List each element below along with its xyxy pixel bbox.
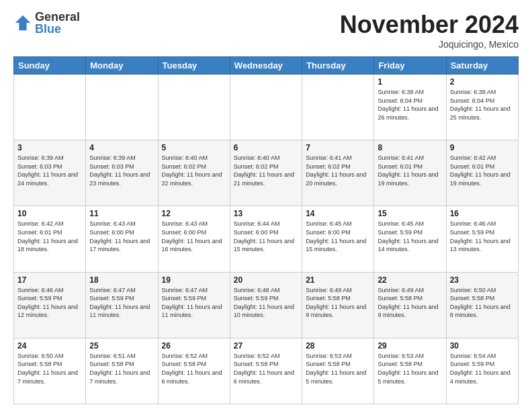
day-number: 5 [162, 143, 226, 152]
day-info: Sunrise: 6:43 AM Sunset: 6:00 PM Dayligh… [162, 220, 226, 253]
day-info: Sunrise: 6:46 AM Sunset: 5:59 PM Dayligh… [450, 220, 515, 253]
day-info: Sunrise: 6:54 AM Sunset: 5:59 PM Dayligh… [450, 352, 515, 385]
day-number: 20 [234, 275, 298, 285]
day-info: Sunrise: 6:46 AM Sunset: 5:59 PM Dayligh… [17, 286, 82, 320]
calendar-cell: 7Sunrise: 6:41 AM Sunset: 6:02 PM Daylig… [302, 140, 374, 206]
calendar-cell [158, 75, 230, 140]
day-info: Sunrise: 6:42 AM Sunset: 6:01 PM Dayligh… [450, 154, 515, 187]
day-info: Sunrise: 6:44 AM Sunset: 6:00 PM Dayligh… [234, 220, 298, 253]
day-info: Sunrise: 6:38 AM Sunset: 6:04 PM Dayligh… [450, 88, 515, 122]
day-number: 19 [162, 275, 226, 285]
calendar-cell: 30Sunrise: 6:54 AM Sunset: 5:59 PM Dayli… [446, 338, 518, 404]
day-info: Sunrise: 6:41 AM Sunset: 6:01 PM Dayligh… [378, 154, 442, 187]
calendar-cell: 16Sunrise: 6:46 AM Sunset: 5:59 PM Dayli… [446, 206, 518, 272]
day-number: 29 [378, 341, 442, 351]
day-info: Sunrise: 6:53 AM Sunset: 5:58 PM Dayligh… [378, 352, 442, 385]
calendar-header-row: SundayMondayTuesdayWednesdayThursdayFrid… [14, 57, 519, 75]
calendar-cell: 24Sunrise: 6:50 AM Sunset: 5:58 PM Dayli… [14, 338, 86, 404]
calendar-cell: 22Sunrise: 6:49 AM Sunset: 5:58 PM Dayli… [374, 272, 446, 338]
calendar-week-0: 1Sunrise: 6:38 AM Sunset: 6:04 PM Daylig… [14, 75, 519, 140]
day-number: 14 [306, 209, 370, 218]
calendar-week-1: 3Sunrise: 6:39 AM Sunset: 6:03 PM Daylig… [14, 140, 519, 206]
day-number: 13 [234, 209, 298, 218]
day-info: Sunrise: 6:50 AM Sunset: 5:58 PM Dayligh… [17, 352, 82, 385]
calendar-cell: 15Sunrise: 6:45 AM Sunset: 5:59 PM Dayli… [374, 206, 446, 272]
day-number: 7 [306, 143, 370, 152]
day-info: Sunrise: 6:42 AM Sunset: 6:01 PM Dayligh… [17, 220, 82, 253]
day-number: 16 [450, 209, 515, 218]
logo: General Blue [13, 11, 80, 35]
day-info: Sunrise: 6:40 AM Sunset: 6:02 PM Dayligh… [234, 154, 298, 187]
calendar-cell: 20Sunrise: 6:48 AM Sunset: 5:59 PM Dayli… [230, 272, 302, 338]
logo-blue: Blue [35, 23, 80, 35]
day-info: Sunrise: 6:45 AM Sunset: 6:00 PM Dayligh… [306, 220, 370, 253]
day-number: 30 [450, 341, 515, 351]
title-section: November 2024 Joquicingo, Mexico [340, 11, 519, 50]
col-header-thursday: Thursday [302, 57, 374, 75]
day-number: 28 [306, 341, 370, 351]
day-info: Sunrise: 6:40 AM Sunset: 6:02 PM Dayligh… [162, 154, 226, 187]
day-number: 6 [234, 143, 298, 152]
day-info: Sunrise: 6:50 AM Sunset: 5:58 PM Dayligh… [450, 286, 515, 320]
calendar-cell: 21Sunrise: 6:49 AM Sunset: 5:58 PM Dayli… [302, 272, 374, 338]
day-number: 27 [234, 341, 298, 351]
calendar-cell: 19Sunrise: 6:47 AM Sunset: 5:59 PM Dayli… [158, 272, 230, 338]
calendar-cell: 8Sunrise: 6:41 AM Sunset: 6:01 PM Daylig… [374, 140, 446, 206]
calendar: SundayMondayTuesdayWednesdayThursdayFrid… [13, 56, 519, 404]
calendar-cell [86, 75, 158, 140]
header: General Blue November 2024 Joquicingo, M… [13, 11, 519, 50]
day-info: Sunrise: 6:51 AM Sunset: 5:58 PM Dayligh… [89, 352, 154, 385]
day-number: 22 [378, 275, 442, 285]
calendar-cell: 12Sunrise: 6:43 AM Sunset: 6:00 PM Dayli… [158, 206, 230, 272]
day-info: Sunrise: 6:39 AM Sunset: 6:03 PM Dayligh… [89, 154, 154, 187]
col-header-wednesday: Wednesday [230, 57, 302, 75]
day-info: Sunrise: 6:48 AM Sunset: 5:59 PM Dayligh… [234, 286, 298, 320]
day-info: Sunrise: 6:43 AM Sunset: 6:00 PM Dayligh… [89, 220, 154, 253]
day-number: 15 [378, 209, 442, 218]
day-number: 10 [17, 209, 82, 218]
day-info: Sunrise: 6:52 AM Sunset: 5:58 PM Dayligh… [162, 352, 226, 385]
day-info: Sunrise: 6:39 AM Sunset: 6:03 PM Dayligh… [17, 154, 82, 187]
calendar-cell: 4Sunrise: 6:39 AM Sunset: 6:03 PM Daylig… [86, 140, 158, 206]
calendar-cell: 25Sunrise: 6:51 AM Sunset: 5:58 PM Dayli… [86, 338, 158, 404]
calendar-cell: 5Sunrise: 6:40 AM Sunset: 6:02 PM Daylig… [158, 140, 230, 206]
col-header-saturday: Saturday [446, 57, 518, 75]
day-number: 24 [17, 341, 82, 351]
day-number: 26 [162, 341, 226, 351]
calendar-cell: 14Sunrise: 6:45 AM Sunset: 6:00 PM Dayli… [302, 206, 374, 272]
calendar-cell: 23Sunrise: 6:50 AM Sunset: 5:58 PM Dayli… [446, 272, 518, 338]
calendar-cell: 2Sunrise: 6:38 AM Sunset: 6:04 PM Daylig… [446, 75, 518, 140]
calendar-cell: 17Sunrise: 6:46 AM Sunset: 5:59 PM Dayli… [14, 272, 86, 338]
calendar-cell [230, 75, 302, 140]
svg-marker-0 [15, 15, 30, 30]
day-number: 4 [89, 143, 154, 152]
calendar-cell: 11Sunrise: 6:43 AM Sunset: 6:00 PM Dayli… [86, 206, 158, 272]
calendar-week-4: 24Sunrise: 6:50 AM Sunset: 5:58 PM Dayli… [14, 338, 519, 404]
logo-text: General Blue [35, 11, 80, 35]
day-info: Sunrise: 6:49 AM Sunset: 5:58 PM Dayligh… [378, 286, 442, 320]
day-info: Sunrise: 6:49 AM Sunset: 5:58 PM Dayligh… [306, 286, 370, 320]
day-number: 8 [378, 143, 442, 152]
day-info: Sunrise: 6:47 AM Sunset: 5:59 PM Dayligh… [162, 286, 226, 320]
day-info: Sunrise: 6:38 AM Sunset: 6:04 PM Dayligh… [378, 88, 442, 122]
day-info: Sunrise: 6:41 AM Sunset: 6:02 PM Dayligh… [306, 154, 370, 187]
calendar-cell: 13Sunrise: 6:44 AM Sunset: 6:00 PM Dayli… [230, 206, 302, 272]
col-header-monday: Monday [86, 57, 158, 75]
day-number: 11 [89, 209, 154, 218]
calendar-cell: 3Sunrise: 6:39 AM Sunset: 6:03 PM Daylig… [14, 140, 86, 206]
calendar-cell: 28Sunrise: 6:53 AM Sunset: 5:58 PM Dayli… [302, 338, 374, 404]
calendar-cell [14, 75, 86, 140]
calendar-cell: 10Sunrise: 6:42 AM Sunset: 6:01 PM Dayli… [14, 206, 86, 272]
location: Joquicingo, Mexico [340, 39, 519, 50]
calendar-week-3: 17Sunrise: 6:46 AM Sunset: 5:59 PM Dayli… [14, 272, 519, 338]
calendar-cell: 18Sunrise: 6:47 AM Sunset: 5:59 PM Dayli… [86, 272, 158, 338]
calendar-cell: 26Sunrise: 6:52 AM Sunset: 5:58 PM Dayli… [158, 338, 230, 404]
day-info: Sunrise: 6:52 AM Sunset: 5:58 PM Dayligh… [234, 352, 298, 385]
col-header-tuesday: Tuesday [158, 57, 230, 75]
calendar-week-2: 10Sunrise: 6:42 AM Sunset: 6:01 PM Dayli… [14, 206, 519, 272]
calendar-cell: 6Sunrise: 6:40 AM Sunset: 6:02 PM Daylig… [230, 140, 302, 206]
day-info: Sunrise: 6:45 AM Sunset: 5:59 PM Dayligh… [378, 220, 442, 253]
day-number: 18 [89, 275, 154, 285]
col-header-friday: Friday [374, 57, 446, 75]
calendar-cell: 1Sunrise: 6:38 AM Sunset: 6:04 PM Daylig… [374, 75, 446, 140]
